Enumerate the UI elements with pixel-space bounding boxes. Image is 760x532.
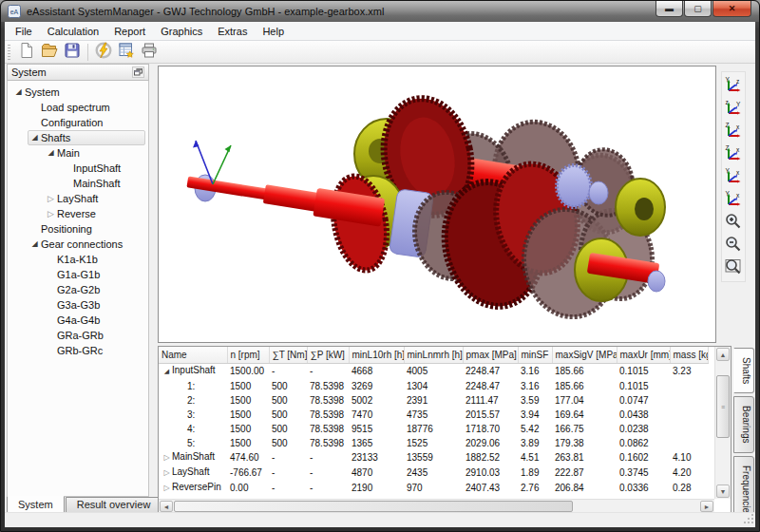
tree-item-load-spectrum[interactable]: Load spectrum [8, 100, 148, 115]
view-back-button[interactable]: zY [723, 98, 744, 119]
tree-item-gear-connections[interactable]: ◢Gear connections [8, 237, 148, 252]
calculate-button[interactable] [92, 42, 115, 63]
table-row-mainshaft[interactable]: ▷MainShaft474.60--23133135591882.524.512… [159, 450, 708, 466]
expander-expanded-icon[interactable]: ◢ [12, 85, 25, 100]
column-header-minsf[interactable]: minSF [518, 347, 552, 363]
table-row-2[interactable]: 2:150050078.5398500223912111.473.59177.0… [159, 393, 708, 408]
save-file-icon [64, 42, 81, 62]
scroll-right-icon[interactable]: ► [700, 501, 713, 512]
cell-value: 2248.47 [463, 379, 518, 393]
view-front-icon: Yz [724, 75, 743, 97]
table-row-1[interactable]: 1:150050078.5398326913042248.473.16185.6… [159, 379, 708, 393]
titlebar[interactable]: eA eAssistant SystemManager - GWJ Techno… [1, 1, 759, 22]
column-header-p-kw[interactable]: ∑P [kW] [307, 347, 349, 363]
column-header-mass-kg[interactable]: mass [kg] [670, 347, 708, 363]
menu-report[interactable]: Report [106, 23, 153, 40]
resize-grip-icon[interactable] [744, 514, 754, 526]
scroll-down-icon[interactable]: ▼ [716, 484, 730, 498]
scroll-up-icon[interactable]: ▲ [716, 348, 730, 361]
toolbar-grip[interactable] [8, 45, 10, 60]
tree-item-label: Load spectrum [41, 102, 110, 113]
tree-item-g2a-g2b[interactable]: G2a-G2b [8, 282, 148, 297]
expander-collapsed-icon[interactable]: ▷ [162, 450, 172, 466]
expander-expanded-icon[interactable]: ◢ [28, 130, 41, 145]
3d-viewport[interactable] [158, 66, 716, 343]
print-button[interactable] [138, 42, 161, 63]
zoom-in-button[interactable] [723, 212, 744, 233]
tree-item-layshaft[interactable]: ▷LayShaft [8, 191, 148, 206]
tree-item-k1a-k1b[interactable]: K1a-K1b [8, 252, 148, 267]
tree-item-label: K1a-K1b [57, 254, 98, 265]
close-button[interactable]: ✕ [712, 1, 751, 17]
column-header-minlnmrh-h[interactable]: minLnmrh [h] [404, 347, 463, 363]
zoom-window-button[interactable] [723, 257, 744, 278]
column-header-minl10rh-h[interactable]: minL10rh [h] [349, 347, 404, 363]
menu-file[interactable]: File [8, 23, 40, 40]
view-left-button[interactable]: Zx [723, 121, 744, 142]
column-header-maxsigv-mpa[interactable]: maxSigV [MPa] [552, 347, 617, 363]
menu-graphics[interactable]: Graphics [153, 23, 210, 40]
save-file-button[interactable] [61, 42, 84, 63]
maximize-button[interactable]: ▢ [684, 1, 712, 17]
tree-item-positioning[interactable]: Positioning [8, 221, 148, 237]
vertical-scroll-thumb[interactable]: ≡ [716, 375, 730, 438]
tree-item-system[interactable]: ◢System [8, 85, 148, 100]
view-top-button[interactable]: Yx [723, 166, 744, 187]
tab-shafts[interactable]: Shafts [733, 348, 754, 393]
view-right-button[interactable]: Zx [723, 143, 744, 164]
application-window: eA eAssistant SystemManager - GWJ Techno… [0, 0, 760, 532]
expander-collapsed-icon[interactable]: ▷ [162, 481, 172, 496]
row-name: MainShaft [172, 451, 215, 462]
zoom-in-icon [724, 212, 743, 234]
expander-expanded-icon[interactable]: ◢ [45, 145, 57, 161]
tree-item-grb-grc[interactable]: GRb-GRc [8, 343, 148, 358]
expander-collapsed-icon[interactable]: ▷ [45, 206, 57, 221]
dock-header[interactable]: System [7, 64, 149, 81]
column-header-n-rpm[interactable]: n [rpm] [227, 347, 269, 363]
menu-extras[interactable]: Extras [210, 23, 255, 40]
horizontal-scrollbar[interactable]: ◄ ► [159, 499, 714, 513]
expander-collapsed-icon[interactable]: ▷ [162, 466, 172, 481]
cell-value: 4.51 [518, 450, 552, 466]
cell-value: 2407.43 [463, 481, 518, 496]
horizontal-scroll-thumb[interactable] [174, 501, 573, 512]
float-window-icon[interactable] [132, 66, 144, 78]
cell-value: 1882.52 [463, 450, 518, 466]
table-row-layshaft[interactable]: ▷LayShaft-766.67--487024352910.031.89222… [159, 466, 708, 481]
tree-item-reverse[interactable]: ▷Reverse [8, 206, 148, 221]
tree-item-label: Configuration [41, 117, 103, 128]
column-header-maxur-mm[interactable]: maxUr [mm] [617, 347, 670, 363]
tree-item-shafts[interactable]: ◢Shafts [8, 130, 148, 145]
new-document-button[interactable] [15, 42, 38, 63]
column-header-pmax-mpa[interactable]: pmax [MPa] [463, 347, 518, 363]
tree-item-main[interactable]: ◢Main [8, 145, 148, 161]
view-bottom-button[interactable]: Yx [723, 189, 744, 210]
tree-item-g4a-g4b[interactable]: G4a-G4b [8, 313, 148, 328]
column-header-name[interactable]: Name [159, 347, 227, 363]
vertical-scrollbar[interactable]: ▲ ≡ ▼ [714, 347, 731, 499]
table-row-4[interactable]: 4:150050078.53989515187761718.705.42166.… [159, 422, 708, 436]
menu-help[interactable]: Help [255, 23, 292, 40]
expander-expanded-icon[interactable]: ◢ [162, 364, 172, 379]
table-row-reversepin[interactable]: ▷ReversePin0.00--21909702407.432.76206.8… [159, 481, 708, 496]
table-row-5[interactable]: 5:150050078.5398136515252029.063.89179.3… [159, 436, 708, 450]
tree-item-inputshaft[interactable]: InputShaft [8, 161, 148, 176]
tree-item-gra-grb[interactable]: GRa-GRb [8, 328, 148, 343]
tab-bearings[interactable]: Bearings [733, 396, 754, 452]
menu-calculation[interactable]: Calculation [40, 23, 106, 40]
tree-item-mainshaft[interactable]: MainShaft [8, 176, 148, 191]
table-row-3[interactable]: 3:150050078.5398747047352015.573.94169.6… [159, 408, 708, 422]
scroll-left-icon[interactable]: ◄ [160, 501, 173, 512]
open-file-button[interactable] [38, 42, 61, 63]
tree-item-configuration[interactable]: Configuration [8, 115, 148, 130]
tree-item-g3a-g3b[interactable]: G3a-G3b [8, 297, 148, 313]
minimize-button[interactable]: ▬ [656, 1, 683, 17]
tree-item-g1a-g1b[interactable]: G1a-G1b [8, 267, 148, 282]
zoom-out-button[interactable] [723, 235, 744, 256]
table-row-inputshaft[interactable]: ◢InputShaft1500.00--466840052248.473.161… [159, 363, 708, 379]
report-button[interactable] [115, 42, 138, 63]
view-front-button[interactable]: Yz [723, 75, 744, 96]
column-header-t-nm[interactable]: ∑T [Nm] [269, 347, 307, 363]
expander-expanded-icon[interactable]: ◢ [28, 237, 41, 252]
expander-collapsed-icon[interactable]: ▷ [45, 191, 57, 206]
